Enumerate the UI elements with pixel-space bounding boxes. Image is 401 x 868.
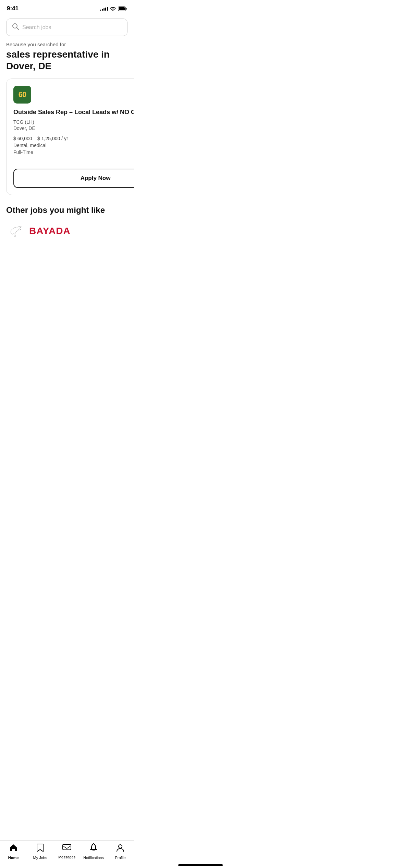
status-time: 9:41 xyxy=(7,5,19,12)
svg-line-4 xyxy=(17,28,19,30)
bayada-bird-icon xyxy=(6,222,25,241)
signal-bar-5 xyxy=(107,7,108,11)
company-name: TCG (LH) xyxy=(13,119,134,125)
search-bar[interactable]: Search jobs xyxy=(6,19,127,36)
battery-icon xyxy=(118,7,127,11)
bayada-logo: BAYADA xyxy=(6,222,127,241)
svg-rect-2 xyxy=(126,8,127,10)
search-icon xyxy=(12,23,19,32)
salary-range: $ 60,000 – $ 1,25,000 / yr xyxy=(13,136,134,141)
svg-rect-1 xyxy=(119,7,125,10)
status-bar: 9:41 xyxy=(0,0,134,15)
signal-bar-4 xyxy=(105,8,106,11)
other-jobs-title: Other jobs you might like xyxy=(6,205,127,215)
job-location: Dover, DE xyxy=(13,125,134,131)
signal-bar-1 xyxy=(100,10,101,11)
signal-bars-icon xyxy=(100,7,108,11)
job-title: Outside Sales Rep – Local Leads w/ NO CO… xyxy=(13,108,134,116)
search-container: Search jobs xyxy=(0,15,134,41)
job-card-header: 60 ··· xyxy=(13,86,134,104)
bayada-brand-name: BAYADA xyxy=(29,226,71,237)
job-cards-scroll: 60 ··· Outside Sales Rep – Local Leads w… xyxy=(0,79,134,202)
status-icons xyxy=(100,7,127,11)
wifi-icon xyxy=(110,7,116,11)
job-card: 60 ··· Outside Sales Rep – Local Leads w… xyxy=(6,79,134,195)
search-query: sales representative in Dover, DE xyxy=(6,49,127,72)
signal-bar-2 xyxy=(102,9,103,11)
apply-now-button[interactable]: Apply Now xyxy=(13,169,134,188)
benefits: Dental, medical xyxy=(13,143,134,148)
other-jobs-section: Other jobs you might like BAYADA xyxy=(0,202,134,248)
search-context: Because you searched for sales represent… xyxy=(0,41,134,79)
job-type: Full-Time xyxy=(13,149,134,155)
company-logo: 60 xyxy=(13,86,31,104)
signal-bar-3 xyxy=(104,8,105,11)
search-placeholder: Search jobs xyxy=(22,24,51,31)
because-text: Because you searched for xyxy=(6,41,127,47)
